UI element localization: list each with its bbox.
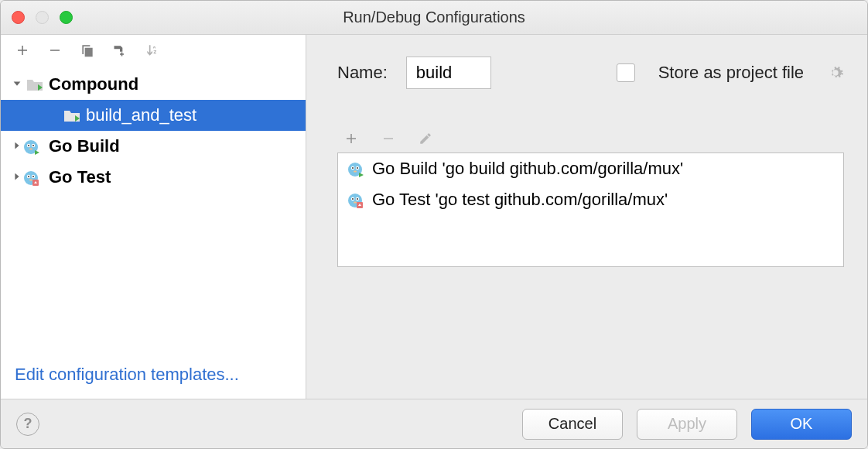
- edit-templates-link[interactable]: Edit configuration templates...: [15, 365, 239, 384]
- save-template-icon[interactable]: [112, 43, 128, 58]
- svg-point-9: [28, 176, 29, 177]
- svg-rect-5: [29, 149, 32, 150]
- svg-point-17: [357, 167, 358, 169]
- ok-button[interactable]: OK: [751, 409, 852, 440]
- tree-node-compound[interactable]: Compound: [1, 69, 306, 100]
- titlebar: Run/Debug Configurations: [1, 1, 867, 35]
- svg-point-3: [28, 145, 29, 146]
- svg-rect-11: [29, 180, 32, 181]
- name-label: Name:: [337, 63, 388, 83]
- minus-icon[interactable]: [381, 131, 396, 146]
- list-item[interactable]: Go Build 'go build github.com/gorilla/mu…: [338, 153, 843, 184]
- name-input[interactable]: [406, 57, 491, 89]
- left-toolbar: [1, 35, 306, 66]
- bottombar: ? Cancel Apply OK: [1, 399, 867, 448]
- list-item[interactable]: Go Test 'go test github.com/gorilla/mux': [338, 184, 843, 215]
- apply-button[interactable]: Apply: [637, 409, 737, 440]
- chevron-down-icon: [12, 78, 26, 91]
- compound-folder-icon: [26, 76, 44, 93]
- list-item-label: Go Test 'go test github.com/gorilla/mux': [372, 190, 668, 210]
- svg-rect-24: [354, 202, 357, 204]
- svg-point-22: [352, 198, 354, 200]
- gopher-icon: [26, 138, 44, 155]
- svg-rect-18: [354, 171, 357, 173]
- minus-icon[interactable]: [47, 43, 63, 58]
- svg-point-16: [352, 167, 354, 169]
- cancel-button[interactable]: Cancel: [522, 409, 623, 440]
- list-item-label: Go Build 'go build github.com/gorilla/mu…: [372, 159, 683, 179]
- sort-icon[interactable]: [145, 43, 160, 58]
- tree-node-go-build[interactable]: Go Build: [1, 131, 306, 162]
- configurations-panel: Compound build_and_test: [1, 35, 306, 399]
- tree-node-label: Go Test: [49, 167, 111, 187]
- plus-icon[interactable]: [15, 43, 30, 58]
- configuration-form: Name: Store as project file: [306, 35, 867, 399]
- gopher-test-icon: [26, 169, 44, 186]
- help-button[interactable]: ?: [16, 413, 39, 436]
- gear-icon[interactable]: [827, 64, 844, 81]
- tree-node-label: Compound: [49, 74, 138, 94]
- store-as-project-file-label: Store as project file: [658, 63, 804, 83]
- configurations-tree[interactable]: Compound build_and_test: [1, 66, 306, 365]
- dialog-body: Compound build_and_test: [1, 35, 867, 399]
- copy-icon[interactable]: [80, 43, 95, 58]
- store-as-project-file-checkbox[interactable]: [617, 63, 635, 82]
- children-list[interactable]: Go Build 'go build github.com/gorilla/mu…: [337, 153, 844, 267]
- tree-node-build-and-test[interactable]: build_and_test: [1, 100, 306, 131]
- tree-node-label: build_and_test: [86, 105, 196, 125]
- gopher-icon: [346, 159, 364, 178]
- gopher-test-icon: [346, 190, 364, 209]
- svg-point-10: [32, 176, 34, 177]
- compound-child-icon: [63, 107, 81, 124]
- svg-point-23: [357, 198, 358, 200]
- plus-icon[interactable]: [343, 131, 359, 146]
- window-title: Run/Debug Configurations: [1, 9, 867, 26]
- pencil-icon[interactable]: [418, 131, 433, 146]
- run-debug-configurations-window: Run/Debug Configurations: [0, 0, 868, 449]
- svg-point-4: [32, 145, 34, 146]
- children-toolbar: [337, 131, 844, 146]
- tree-node-go-test[interactable]: Go Test: [1, 162, 306, 193]
- tree-node-label: Go Build: [49, 136, 120, 156]
